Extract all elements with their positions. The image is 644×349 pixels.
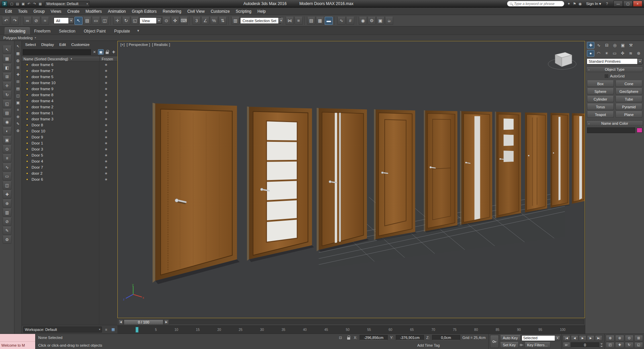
scene-object-row[interactable]: ● Door 5 ✳ bbox=[22, 152, 117, 158]
undo-quick-icon[interactable]: ↶ bbox=[26, 1, 32, 6]
workspace-selector[interactable]: Workspace: Default ▾ bbox=[45, 1, 90, 7]
visibility-bulb-icon[interactable]: ● bbox=[26, 99, 30, 103]
zoom-extents-all-icon[interactable]: ⊞ bbox=[634, 335, 643, 341]
dock-tool-16[interactable]: ◫ bbox=[3, 181, 11, 189]
next-frame-button[interactable]: ▶ bbox=[587, 335, 594, 341]
grid-display-icon[interactable]: ▦ bbox=[110, 327, 116, 332]
dock-tool-18[interactable]: ⊕ bbox=[3, 199, 11, 208]
panel-tab-motion[interactable]: ◎ bbox=[611, 42, 619, 49]
dock-tool-17[interactable]: ✚ bbox=[3, 190, 11, 198]
scene-object-row[interactable]: ● door frame 8 ✳ bbox=[22, 92, 117, 98]
tab-object-paint[interactable]: Object Paint bbox=[80, 27, 110, 35]
use-pivot-center-icon[interactable]: ⊙ bbox=[162, 17, 170, 25]
explorer-tool-6[interactable]: ⊟ bbox=[15, 79, 21, 84]
explorer-tool-9[interactable]: ▣ bbox=[15, 100, 21, 105]
frozen-toggle-icon[interactable]: ✳ bbox=[99, 117, 117, 121]
frozen-toggle-icon[interactable]: ✳ bbox=[99, 75, 117, 79]
key-filters-button[interactable]: Key Filters... bbox=[525, 342, 550, 348]
time-slider-next[interactable]: ▶ bbox=[164, 319, 169, 325]
explorer-menu-item[interactable]: Select bbox=[22, 41, 39, 48]
lock-selection-icon[interactable] bbox=[104, 49, 110, 55]
dock-tool-7[interactable]: ◱ bbox=[3, 100, 11, 108]
explorer-menu-item[interactable]: Display bbox=[39, 41, 57, 48]
scene-door-1[interactable] bbox=[153, 103, 240, 284]
dock-tool-10[interactable]: ◐ bbox=[3, 127, 11, 135]
key-mode-toggle[interactable] bbox=[563, 342, 570, 348]
dock-tool-12[interactable]: ⊙ bbox=[3, 145, 11, 153]
zoom-icon[interactable]: ⊕ bbox=[606, 335, 614, 341]
object-class-dropdown[interactable]: Standard Primitives ▾ bbox=[587, 58, 643, 64]
visibility-bulb-icon[interactable]: ● bbox=[26, 75, 30, 78]
scene-door-6[interactable] bbox=[460, 111, 494, 225]
menu-item[interactable]: Help bbox=[255, 8, 269, 15]
named-selection-sets-icon[interactable]: ▥ bbox=[231, 17, 239, 25]
menu-item[interactable]: Rendering bbox=[160, 8, 184, 15]
auto-key-button[interactable]: Auto Key bbox=[500, 335, 521, 341]
frozen-toggle-icon[interactable]: ✳ bbox=[99, 135, 117, 139]
tab-selection[interactable]: Selection bbox=[55, 27, 79, 35]
dock-tool-4[interactable]: ⊞ bbox=[3, 73, 11, 81]
select-object-tool[interactable]: ↖ bbox=[74, 17, 83, 25]
selection-filter-dropdown[interactable]: All ▾ bbox=[54, 17, 74, 24]
mirror-icon[interactable]: ⋈ bbox=[286, 17, 294, 25]
tab-freeform[interactable]: Freeform bbox=[30, 27, 55, 35]
macro-recorder-line[interactable] bbox=[0, 334, 35, 342]
render-production-icon[interactable]: ☕ bbox=[385, 17, 393, 25]
rectangular-selection-icon[interactable]: ▭ bbox=[92, 17, 100, 25]
ribbon-panel-strip[interactable]: Polygon Modeling ▾ bbox=[0, 35, 644, 41]
prev-frame-button[interactable]: ◀ bbox=[571, 335, 578, 341]
ribbon-config-icon[interactable]: ▾ bbox=[136, 28, 141, 33]
explorer-tool-2[interactable]: ▦ bbox=[15, 51, 21, 56]
panel-tab-hierarchy[interactable]: ⊟ bbox=[603, 42, 610, 49]
window-crossing-icon[interactable]: ◫ bbox=[101, 17, 109, 25]
scene-object-row[interactable]: ● Door 3 ✳ bbox=[22, 146, 117, 152]
frozen-toggle-icon[interactable]: ✳ bbox=[99, 160, 117, 163]
dock-tool-8[interactable]: ▤ bbox=[3, 109, 11, 117]
layers-icon[interactable]: ≡ bbox=[103, 327, 109, 332]
visibility-bulb-icon[interactable]: ● bbox=[26, 166, 30, 169]
panel-tab-utilities[interactable]: ⚒ bbox=[627, 42, 635, 49]
spinner-down-icon[interactable]: ▾ bbox=[600, 345, 603, 348]
schematic-view-icon[interactable]: # bbox=[346, 17, 354, 25]
scene-object-row[interactable]: ● Door 1 ✳ bbox=[22, 140, 117, 146]
close-button[interactable]: × bbox=[633, 1, 642, 7]
percent-snap-icon[interactable]: % bbox=[210, 17, 218, 25]
visibility-bulb-icon[interactable]: ● bbox=[26, 178, 30, 181]
selection-set-dropdown[interactable]: Create Selection Set ▾ bbox=[240, 17, 281, 24]
frozen-toggle-icon[interactable]: ✳ bbox=[99, 148, 117, 151]
menu-item[interactable]: Edit bbox=[2, 8, 15, 15]
frozen-toggle-icon[interactable]: ✳ bbox=[99, 141, 117, 145]
notifications-icon[interactable]: ⚑ bbox=[572, 1, 577, 6]
explorer-workspace-selector[interactable]: Workspace: Default ▾ bbox=[23, 327, 102, 333]
scene-object-row[interactable]: ● Door 9 ✳ bbox=[22, 134, 117, 140]
bind-to-space-warp-icon[interactable]: ≈ bbox=[41, 17, 49, 25]
dock-tool-3[interactable]: ◧ bbox=[3, 64, 11, 72]
chevron-down-icon[interactable]: ▾ bbox=[278, 18, 283, 23]
undo-icon[interactable]: ↶ bbox=[2, 17, 10, 25]
frozen-toggle-icon[interactable]: ✳ bbox=[99, 111, 117, 115]
scene-door-2[interactable] bbox=[247, 107, 314, 262]
maximize-button[interactable]: ▢ bbox=[623, 1, 633, 7]
zoom-extents-icon[interactable]: ⊙ bbox=[625, 335, 634, 341]
listener-line[interactable]: Welcome to M bbox=[0, 342, 35, 349]
explorer-tool-1[interactable]: ↖ bbox=[15, 44, 21, 49]
cylinder-button[interactable]: Cylinder bbox=[587, 96, 614, 102]
scene-object-row[interactable]: ● door frame 2 ✳ bbox=[22, 104, 117, 110]
key-selection-dropdown[interactable]: Selected ▾ bbox=[522, 335, 560, 341]
z-coordinate-field[interactable]: 0,0cm bbox=[432, 335, 460, 340]
play-button[interactable]: ▶ bbox=[579, 335, 586, 341]
explorer-tool-4[interactable]: ⊞ bbox=[15, 65, 21, 70]
menu-item[interactable]: Animation bbox=[105, 8, 129, 15]
scene-object-row[interactable]: ● door 2 ✳ bbox=[22, 170, 117, 176]
scene-door-8[interactable] bbox=[525, 112, 548, 213]
explorer-tool-13[interactable]: ⚙ bbox=[15, 128, 21, 133]
frozen-toggle-icon[interactable]: ✳ bbox=[99, 123, 117, 127]
add-time-tag[interactable]: Add Time Tag bbox=[417, 343, 440, 347]
geosphere-button[interactable]: GeoSphere bbox=[615, 88, 642, 95]
cone-button[interactable]: Cone bbox=[615, 80, 642, 87]
visibility-bulb-icon[interactable]: ● bbox=[26, 172, 30, 175]
user-icon[interactable]: ◉ bbox=[577, 1, 583, 6]
frozen-toggle-icon[interactable]: ✳ bbox=[99, 69, 117, 73]
select-by-name-icon[interactable]: ▤ bbox=[83, 17, 91, 25]
visibility-bulb-icon[interactable]: ● bbox=[26, 93, 30, 97]
